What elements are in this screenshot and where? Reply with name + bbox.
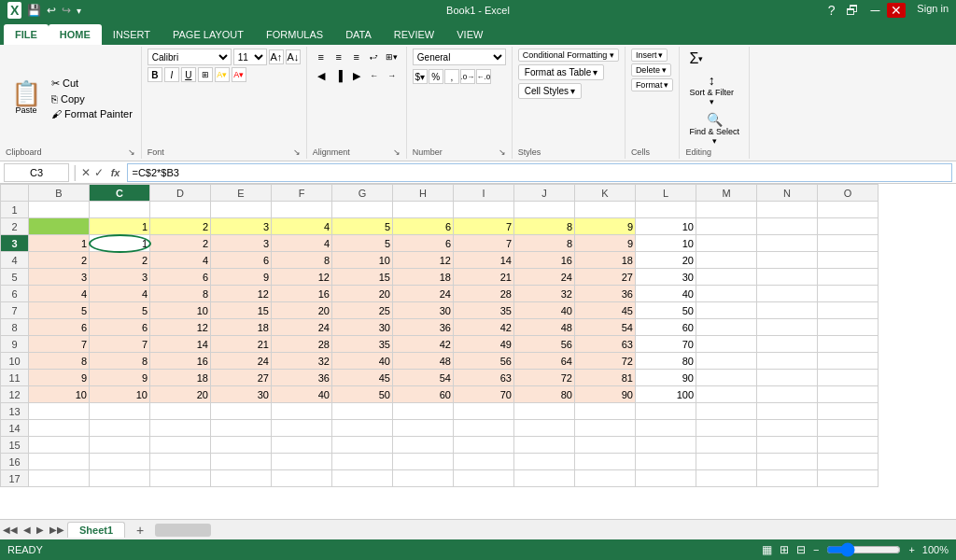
wrap-text-btn[interactable]: ⮐ [366, 49, 383, 65]
sign-in-button[interactable]: Sign in [917, 3, 949, 18]
cell-g14[interactable] [332, 420, 393, 437]
cell-e6[interactable]: 12 [211, 286, 272, 302]
number-format-select[interactable]: General Number Currency Percentage [413, 49, 506, 65]
scroll-left-btn[interactable]: ◀◀ [0, 525, 21, 535]
cell-b6[interactable]: 4 [29, 286, 90, 302]
cell-n13[interactable] [757, 403, 818, 420]
cell-l3[interactable]: 10 [636, 235, 696, 252]
cell-c17[interactable] [90, 470, 150, 487]
cell-k11[interactable]: 81 [575, 370, 636, 386]
cell-reference-box[interactable] [4, 163, 69, 182]
cell-b12[interactable]: 10 [29, 386, 90, 403]
cell-n15[interactable] [757, 437, 818, 454]
cell-e10[interactable]: 24 [211, 353, 272, 370]
cell-n14[interactable] [757, 420, 818, 437]
cell-o12[interactable] [818, 386, 879, 403]
cell-k7[interactable]: 45 [575, 302, 636, 319]
cell-j5[interactable]: 24 [514, 269, 575, 286]
cell-h5[interactable]: 18 [393, 269, 454, 286]
cell-g6[interactable]: 20 [332, 286, 393, 302]
view-page-layout-icon[interactable]: ⊞ [780, 543, 789, 556]
cell-b5[interactable]: 3 [29, 269, 90, 286]
cell-n11[interactable] [757, 370, 818, 386]
cell-o13[interactable] [818, 403, 879, 420]
cell-f4[interactable]: 8 [272, 252, 332, 269]
cell-c4[interactable]: 2 [90, 252, 150, 269]
spreadsheet-scroll[interactable]: B C D E F G H I J K L M N O [0, 184, 956, 519]
cell-j10[interactable]: 64 [514, 353, 575, 370]
cell-c13[interactable] [90, 403, 150, 420]
cell-b14[interactable] [29, 420, 90, 437]
cell-c8[interactable]: 6 [90, 319, 150, 336]
cell-m9[interactable] [696, 336, 757, 353]
format-painter-button[interactable]: 🖌 Format Painter [49, 107, 135, 120]
cell-e7[interactable]: 15 [211, 302, 272, 319]
row-header-3[interactable]: 3 [1, 235, 29, 252]
cell-e9[interactable]: 21 [211, 336, 272, 353]
cell-e13[interactable] [211, 403, 272, 420]
insert-cells-button[interactable]: Insert ▾ [631, 49, 668, 62]
cell-k10[interactable]: 72 [575, 353, 636, 370]
clipboard-expand-icon[interactable]: ↘ [128, 147, 135, 157]
cell-h13[interactable] [393, 403, 454, 420]
cell-j2[interactable]: 8 [514, 218, 575, 235]
cell-f1[interactable] [272, 202, 332, 218]
cell-d1[interactable] [150, 202, 211, 218]
cell-k5[interactable]: 27 [575, 269, 636, 286]
cell-n6[interactable] [757, 286, 818, 302]
cell-i8[interactable]: 42 [454, 319, 514, 336]
minimize-button[interactable]: ─ [866, 3, 883, 18]
row-header-5[interactable]: 5 [1, 269, 29, 286]
row-header-11[interactable]: 11 [1, 370, 29, 386]
cell-b10[interactable]: 8 [29, 353, 90, 370]
border-button[interactable]: ⊞ [198, 67, 213, 82]
cell-d8[interactable]: 12 [150, 319, 211, 336]
col-header-d[interactable]: D [150, 185, 211, 202]
row-header-4[interactable]: 4 [1, 252, 29, 269]
cell-n17[interactable] [757, 470, 818, 487]
align-top-right-btn[interactable]: ≡ [348, 49, 365, 65]
cell-c10[interactable]: 8 [90, 353, 150, 370]
cell-j7[interactable]: 40 [514, 302, 575, 319]
cell-d6[interactable]: 8 [150, 286, 211, 302]
cell-m4[interactable] [696, 252, 757, 269]
cell-c6[interactable]: 4 [90, 286, 150, 302]
cell-k2[interactable]: 9 [575, 218, 636, 235]
row-header-10[interactable]: 10 [1, 353, 29, 370]
cell-e1[interactable] [211, 202, 272, 218]
cell-i14[interactable] [454, 420, 514, 437]
cell-d5[interactable]: 6 [150, 269, 211, 286]
cell-n2[interactable] [757, 218, 818, 235]
cell-k15[interactable] [575, 437, 636, 454]
cell-g16[interactable] [332, 454, 393, 470]
cell-h10[interactable]: 48 [393, 353, 454, 370]
cell-d11[interactable]: 18 [150, 370, 211, 386]
tab-file[interactable]: FILE [4, 24, 49, 45]
cell-l1[interactable] [636, 202, 696, 218]
cell-o7[interactable] [818, 302, 879, 319]
cell-i6[interactable]: 28 [454, 286, 514, 302]
cell-f16[interactable] [272, 454, 332, 470]
cell-f2[interactable]: 4 [272, 218, 332, 235]
font-expand-icon[interactable]: ↘ [293, 147, 301, 157]
cell-m8[interactable] [696, 319, 757, 336]
cell-b4[interactable]: 2 [29, 252, 90, 269]
cell-k4[interactable]: 18 [575, 252, 636, 269]
cell-b11[interactable]: 9 [29, 370, 90, 386]
row-header-2[interactable]: 2 [1, 218, 29, 235]
cell-k1[interactable] [575, 202, 636, 218]
row-header-8[interactable]: 8 [1, 319, 29, 336]
cell-m13[interactable] [696, 403, 757, 420]
cell-d2[interactable]: 2 [150, 218, 211, 235]
col-header-b[interactable]: B [29, 185, 90, 202]
cell-j9[interactable]: 56 [514, 336, 575, 353]
conditional-formatting-button[interactable]: Conditional Formatting ▾ [518, 49, 619, 62]
cell-d14[interactable] [150, 420, 211, 437]
cell-l15[interactable] [636, 437, 696, 454]
cell-d7[interactable]: 10 [150, 302, 211, 319]
cell-e11[interactable]: 27 [211, 370, 272, 386]
cell-d12[interactable]: 20 [150, 386, 211, 403]
cell-j16[interactable] [514, 454, 575, 470]
tab-formulas[interactable]: FORMULAS [255, 24, 334, 45]
cell-h2[interactable]: 6 [393, 218, 454, 235]
